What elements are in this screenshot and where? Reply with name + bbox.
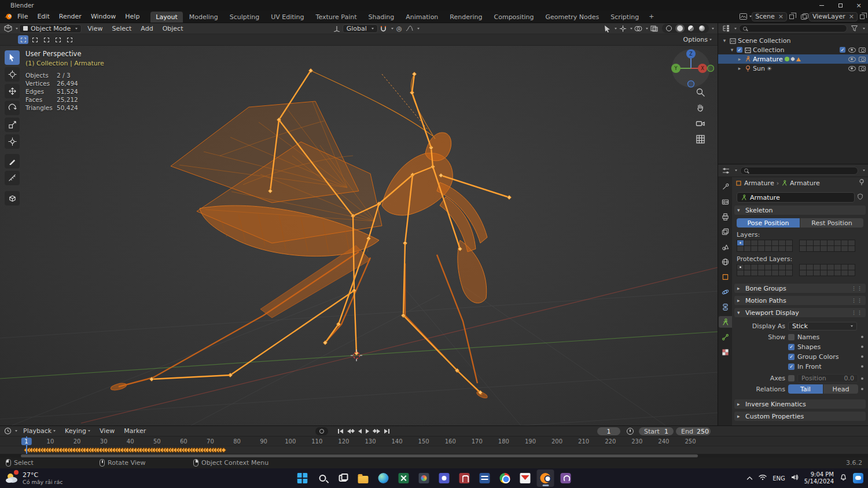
- layer-toggle[interactable]: [848, 240, 855, 246]
- options-button[interactable]: Options: [681, 36, 714, 43]
- shading-material-icon[interactable]: [686, 24, 696, 32]
- outliner-row-armature[interactable]: ▸Armature: [718, 54, 868, 64]
- breadcrumb-object[interactable]: Armature: [744, 179, 774, 187]
- workspace-tab-compositing[interactable]: Compositing: [489, 12, 539, 23]
- animate-dot[interactable]: [861, 336, 863, 338]
- camera-view-icon[interactable]: [696, 119, 705, 130]
- layer-toggle[interactable]: [827, 240, 834, 246]
- select-mode-extend-icon[interactable]: [30, 35, 40, 44]
- expander-icon[interactable]: ▸: [737, 56, 742, 62]
- layer-toggle[interactable]: [800, 246, 807, 252]
- taskbar-photos-icon[interactable]: [415, 469, 433, 487]
- notifications-bell-icon[interactable]: [840, 474, 847, 483]
- tool-transform[interactable]: [5, 134, 20, 149]
- auto-keying-button[interactable]: [315, 427, 328, 435]
- taskbar-blender-icon[interactable]: [537, 469, 554, 487]
- taskbar-file-explorer-icon[interactable]: [355, 469, 372, 487]
- layer-toggle[interactable]: [821, 240, 827, 246]
- tool-select-box[interactable]: [5, 50, 20, 65]
- taskbar-task-view-icon[interactable]: [334, 469, 352, 487]
- animate-dot[interactable]: [861, 365, 863, 368]
- workspace-tab-texture-paint[interactable]: Texture Paint: [311, 12, 362, 23]
- filter-funnel-icon[interactable]: [849, 24, 859, 33]
- widgets-icon[interactable]: [853, 473, 863, 483]
- properties-search-input[interactable]: [740, 167, 858, 175]
- taskbar-teams-icon[interactable]: [436, 469, 453, 487]
- animate-dot[interactable]: [861, 388, 863, 390]
- layer-toggle[interactable]: [772, 240, 779, 246]
- taskbar-viber-icon[interactable]: [557, 469, 575, 487]
- view-layer-selector[interactable]: ViewLayer ×: [809, 12, 858, 21]
- layer-toggle[interactable]: [779, 265, 786, 270]
- layer-toggle[interactable]: [758, 246, 765, 252]
- armature-name-field[interactable]: Armature: [737, 192, 855, 203]
- workspace-tab-animation[interactable]: Animation: [400, 12, 443, 23]
- mantis-mesh[interactable]: [110, 71, 488, 399]
- tab-tool[interactable]: [719, 181, 732, 192]
- menu-help[interactable]: Help: [120, 13, 144, 20]
- gizmo-y-neg[interactable]: [708, 65, 714, 72]
- group-colors-checkbox[interactable]: [788, 354, 795, 360]
- timeline-ruler[interactable]: 1020304050607080901001101201301401501601…: [0, 436, 868, 446]
- perspective-grid-icon[interactable]: [696, 134, 705, 146]
- tail-button[interactable]: Tail: [788, 384, 823, 394]
- layer-toggle[interactable]: [779, 240, 786, 246]
- layer-toggle[interactable]: [765, 270, 772, 276]
- layer-toggle[interactable]: [786, 240, 793, 246]
- next-keyframe-button[interactable]: [372, 427, 381, 435]
- keying-stopwatch-icon[interactable]: [627, 428, 634, 435]
- rest-position-button[interactable]: Rest Position: [800, 218, 863, 228]
- taskbar-word-icon[interactable]: [476, 469, 494, 487]
- tab-texture[interactable]: [719, 346, 732, 358]
- layer-toggle[interactable]: [800, 265, 807, 270]
- layer-toggle[interactable]: [807, 270, 814, 276]
- animate-dot[interactable]: [861, 377, 863, 380]
- taskbar-edge-icon[interactable]: [375, 469, 392, 487]
- expander-icon[interactable]: ▾: [722, 38, 727, 43]
- layer-toggle[interactable]: [744, 246, 751, 252]
- workspace-tab-rendering[interactable]: Rendering: [444, 12, 487, 23]
- playhead-frame-label[interactable]: 1: [21, 438, 31, 445]
- select-mode-subtract-icon[interactable]: [41, 35, 52, 44]
- viewport-menu-object[interactable]: Object: [158, 25, 188, 32]
- snap-magnet-icon[interactable]: [379, 24, 388, 33]
- gizmos-icon[interactable]: [618, 24, 627, 33]
- select-mode-intersect-icon[interactable]: [64, 35, 75, 44]
- layer-toggle[interactable]: [751, 265, 758, 270]
- collection-checkbox[interactable]: [737, 47, 742, 53]
- menu-window[interactable]: Window: [86, 13, 120, 20]
- breadcrumb-data[interactable]: Armature: [790, 179, 820, 187]
- layer-toggle[interactable]: [800, 240, 807, 246]
- layer-toggle[interactable]: [841, 246, 848, 252]
- exclude-checkbox[interactable]: [840, 47, 845, 53]
- tab-view-layer[interactable]: [719, 226, 732, 237]
- head-button[interactable]: Head: [823, 384, 858, 394]
- taskbar-excel-icon[interactable]: [395, 469, 413, 487]
- shading-wireframe-icon[interactable]: [664, 24, 674, 32]
- tool-rotate[interactable]: [5, 101, 20, 115]
- layer-toggle[interactable]: [737, 246, 744, 252]
- layer-toggle[interactable]: [821, 265, 827, 270]
- tab-render[interactable]: [719, 196, 732, 207]
- fake-user-shield-icon[interactable]: [857, 193, 863, 202]
- viewport-menu-add[interactable]: Add: [136, 25, 157, 32]
- layer-toggle[interactable]: [786, 265, 793, 270]
- layer-toggle[interactable]: [758, 265, 765, 270]
- hide-eye-icon[interactable]: [848, 66, 856, 71]
- layer-toggle[interactable]: [834, 246, 841, 252]
- layer-toggle[interactable]: [786, 270, 793, 276]
- layer-toggle[interactable]: [758, 270, 765, 276]
- layer-toggle[interactable]: [814, 246, 821, 252]
- outliner-editor-icon[interactable]: [721, 24, 730, 33]
- network-icon[interactable]: [759, 474, 767, 482]
- layer-toggle[interactable]: [751, 246, 758, 252]
- tab-object[interactable]: [719, 271, 732, 282]
- layer-toggle[interactable]: [814, 265, 821, 270]
- layer-toggle[interactable]: [765, 240, 772, 246]
- layer-toggle[interactable]: [772, 270, 779, 276]
- navigation-gizmo[interactable]: Z Y X: [668, 47, 714, 94]
- outliner-row-sun[interactable]: ▸Sun☀: [718, 64, 868, 73]
- layer-toggle[interactable]: [848, 265, 855, 270]
- editor-type-icon[interactable]: [3, 24, 13, 33]
- keyframe-diamond[interactable]: [221, 447, 227, 453]
